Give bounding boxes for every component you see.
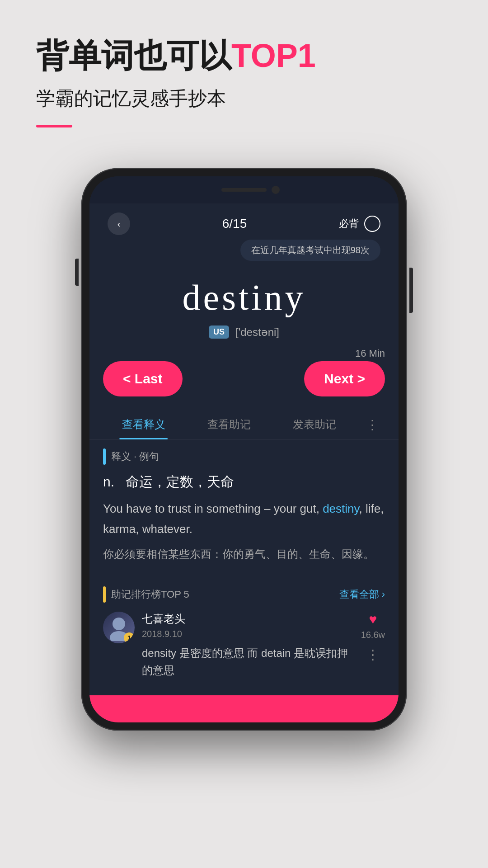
- word-navigation: 16 Min < Last Next >: [89, 352, 399, 410]
- word-area: destiny US ['destəni]: [89, 268, 399, 352]
- back-button[interactable]: ‹: [108, 212, 130, 235]
- tabs-bar: 查看释义 查看助记 发表助记 ⋮: [89, 410, 399, 439]
- phone-speaker: [221, 188, 267, 192]
- next-button[interactable]: Next >: [304, 361, 385, 396]
- main-title-text: 背单词也可以: [36, 38, 231, 74]
- like-icon[interactable]: ♥: [369, 612, 377, 627]
- mnemonic-date: 2018.9.10: [142, 629, 354, 639]
- like-count: 16.6w: [361, 630, 385, 640]
- mnemonic-header: 助记排行榜TOP 5 查看全部 ›: [103, 586, 385, 603]
- view-all-text: 查看全部: [339, 588, 379, 601]
- word-english: destiny: [108, 277, 380, 318]
- mnemonic-username: 七喜老头: [142, 612, 354, 626]
- phone-camera: [272, 186, 280, 194]
- view-all-button[interactable]: 查看全部 ›: [339, 588, 385, 601]
- meaning-text: 命运，定数，天命: [126, 474, 234, 489]
- definition-text: n. 命运，定数，天命: [103, 473, 385, 491]
- mnemonic-actions: ♥ 16.6w ⋮: [361, 612, 385, 662]
- definition-label: 释义 · 例句: [103, 448, 385, 465]
- mnemonic-section: 助记排行榜TOP 5 查看全部 ›: [89, 586, 399, 696]
- example-english: You have to trust in something – your gu…: [103, 499, 385, 538]
- example-chinese: 你必须要相信某些东西：你的勇气、目的、生命、因缘。: [103, 545, 385, 564]
- rank-badge: 1: [124, 632, 135, 643]
- section-bar-blue: [103, 448, 106, 465]
- tab-mnemonic-label: 查看助记: [207, 418, 251, 430]
- mnemonic-text: density 是密度的意思 而 detain 是耽误扣押的意思: [142, 645, 354, 679]
- definition-section-label: 释义 · 例句: [111, 450, 159, 463]
- must-learn-label: 必背: [339, 217, 359, 231]
- nav-right: 必背: [339, 216, 380, 232]
- frequency-tooltip: 在近几年真题考试中出现98次: [240, 240, 380, 261]
- phone-device: ‹ 6/15 必背 在近几年真题考试中出现98次 destiny: [81, 168, 407, 731]
- user-avatar: 1: [103, 612, 135, 643]
- bottom-pink-area: [89, 695, 399, 722]
- phone-content: ‹ 6/15 必背 在近几年真题考试中出现98次 destiny: [89, 203, 399, 722]
- tab-post-mnemonic[interactable]: 发表助记: [274, 410, 355, 439]
- phone-top-bar: [89, 176, 399, 203]
- more-options-icon[interactable]: ⋮: [366, 646, 380, 662]
- main-title: 背单词也可以TOP1: [36, 36, 452, 75]
- tab-definition[interactable]: 查看释义: [103, 410, 184, 439]
- timer-label: 16 Min: [355, 348, 385, 359]
- definition-section: 释义 · 例句 n. 命运，定数，天命 You have to trust in…: [89, 439, 399, 586]
- tab-mnemonic[interactable]: 查看助记: [188, 410, 269, 439]
- phonetic-tag: US: [209, 326, 229, 339]
- part-of-speech: n.: [103, 474, 114, 489]
- decorative-line: [36, 125, 72, 127]
- example-en-part1: You have to trust in something – your gu…: [103, 502, 323, 515]
- chevron-right-icon: ›: [382, 589, 385, 600]
- mnemonic-card: 1 七喜老头 2018.9.10 density 是密度的意思 而 detain…: [103, 612, 385, 687]
- bookmark-circle[interactable]: [364, 216, 380, 232]
- svg-point-0: [113, 618, 125, 630]
- example-en-word-link[interactable]: destiny: [323, 502, 359, 515]
- last-button[interactable]: < Last: [103, 361, 183, 396]
- tabs-more-button[interactable]: ⋮: [360, 413, 385, 437]
- phone-wrapper: ‹ 6/15 必背 在近几年真题考试中出现98次 destiny: [0, 168, 488, 731]
- tab-definition-label: 查看释义: [122, 418, 165, 430]
- top-section: 背单词也可以TOP1 学霸的记忆灵感手抄本: [0, 0, 488, 168]
- progress-indicator: 6/15: [222, 217, 247, 231]
- main-title-highlight: TOP1: [231, 38, 316, 74]
- word-phonetic: US ['destəni]: [108, 326, 380, 339]
- phone-screen: ‹ 6/15 必背 在近几年真题考试中出现98次 destiny: [89, 176, 399, 722]
- mnemonic-section-label: 助记排行榜TOP 5: [111, 588, 189, 601]
- tab-post-mnemonic-label: 发表助记: [293, 418, 336, 430]
- mnemonic-meta: 七喜老头 2018.9.10 density 是密度的意思 而 detain 是…: [142, 612, 354, 679]
- nav-bar: ‹ 6/15 必背: [89, 203, 399, 240]
- phonetic-text: ['destəni]: [235, 326, 279, 339]
- subtitle: 学霸的记忆灵感手抄本: [36, 86, 452, 111]
- back-icon: ‹: [117, 219, 121, 229]
- tooltip-bar: 在近几年真题考试中出现98次: [89, 240, 399, 268]
- section-bar-yellow: [103, 586, 106, 603]
- mnemonic-title: 助记排行榜TOP 5: [103, 586, 189, 603]
